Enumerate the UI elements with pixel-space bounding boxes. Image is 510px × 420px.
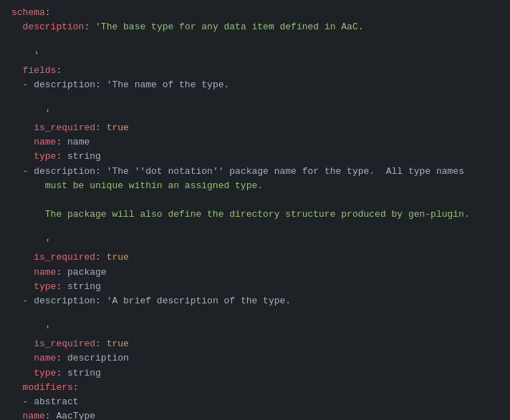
code-line: schema: <box>0 6 510 20</box>
code-line: description: 'The base type for any data… <box>0 20 510 34</box>
code-line: name: package <box>0 265 510 280</box>
code-line: name: name <box>0 135 510 150</box>
code-line: is_required: true <box>0 121 510 135</box>
code-line: - description: 'The name of the type. <box>0 78 510 92</box>
code-line <box>0 92 510 107</box>
code-line <box>0 193 510 207</box>
code-line: fields: <box>0 64 510 78</box>
code-line: must be unique within an assigned type. <box>0 179 510 193</box>
code-line: - abstract <box>0 395 510 409</box>
code-line: is_required: true <box>0 337 510 351</box>
code-line: - description: 'A brief description of t… <box>0 294 510 308</box>
code-line: ' <box>0 107 510 121</box>
code-editor: schema: description: 'The base type for … <box>0 0 510 420</box>
code-line: ' <box>0 323 510 337</box>
code-line: ' <box>0 49 510 63</box>
code-line: type: string <box>0 280 510 294</box>
code-line: ' <box>0 236 510 250</box>
code-line: type: string <box>0 150 510 164</box>
code-line: - description: 'The ''dot notation'' pac… <box>0 165 510 179</box>
code-line: modifiers: <box>0 381 510 395</box>
code-line: name: description <box>0 351 510 366</box>
code-line: type: string <box>0 366 510 381</box>
code-line: is_required: true <box>0 250 510 265</box>
code-line <box>0 34 510 49</box>
code-line: The package will also define the directo… <box>0 207 510 222</box>
code-line: name: AacType <box>0 409 510 420</box>
code-line <box>0 222 510 236</box>
code-line <box>0 308 510 323</box>
